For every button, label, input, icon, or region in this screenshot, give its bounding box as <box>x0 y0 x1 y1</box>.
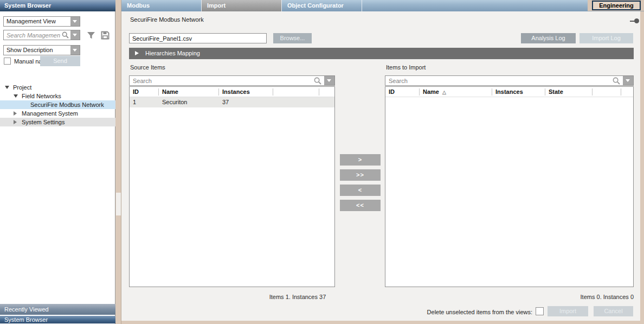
tab-modbus[interactable]: Modbus <box>121 0 202 11</box>
tab-bar: Modbus Import Object Configurator Engine… <box>121 0 644 11</box>
delete-unselected-checkbox[interactable] <box>536 307 544 315</box>
chevron-down-icon[interactable] <box>70 17 80 26</box>
column-header-state[interactable]: State <box>545 87 593 97</box>
cell-id: 1 <box>130 97 159 107</box>
tree-item-label: Management System <box>22 109 78 118</box>
browse-button[interactable]: Browse... <box>273 33 312 43</box>
cell-instances: 37 <box>219 97 273 107</box>
sidebar-search[interactable] <box>3 30 80 40</box>
search-icon <box>62 31 69 40</box>
tree-item-securifire-modbus-network[interactable]: SecuriFire Modbus Network <box>0 100 115 109</box>
hierarchies-mapping-label: Hierarchies Mapping <box>145 48 200 59</box>
column-header-instances[interactable]: Instances <box>492 87 545 97</box>
save-icon[interactable] <box>100 30 111 41</box>
move-right-button[interactable]: > <box>340 154 381 166</box>
cell-blank <box>273 97 319 107</box>
sidebar-search-input[interactable] <box>4 30 60 40</box>
cancel-button[interactable]: Cancel <box>594 306 633 316</box>
items-to-import-table: ID Name△ Instances State <box>385 86 634 287</box>
move-all-right-button[interactable]: >> <box>340 169 381 181</box>
column-header-name[interactable]: Name△ <box>420 87 492 97</box>
description-select-value: Show Description <box>7 47 53 53</box>
import-view: SecuriFire Modbus Network Browse... Anal… <box>121 11 640 321</box>
collapse-arrow-icon[interactable] <box>14 120 17 124</box>
system-browser-bar[interactable]: System Browser <box>0 316 115 323</box>
view-select[interactable]: Management View <box>3 16 80 27</box>
move-left-button[interactable]: < <box>340 185 381 196</box>
sidebar-title: System Browser <box>0 0 115 11</box>
manual-navigation-label: Manual na <box>14 58 42 65</box>
page-title: SecuriFire Modbus Network <box>130 16 204 23</box>
import-table-header: ID Name△ Instances State <box>385 87 633 97</box>
import-status: Items 0. Instances 0 <box>512 294 634 300</box>
hierarchies-mapping-header[interactable]: Hierarchies Mapping <box>129 48 634 59</box>
chevron-down-icon[interactable] <box>70 46 80 55</box>
panel-splitter[interactable] <box>115 0 121 324</box>
pin-dot <box>634 18 639 23</box>
source-search[interactable] <box>129 75 335 86</box>
column-header-name[interactable]: Name <box>159 87 219 97</box>
cell-name: Securiton <box>159 97 219 107</box>
view-select-value: Management View <box>7 18 56 24</box>
scrollbar-thumb[interactable] <box>116 193 121 215</box>
source-status: Items 1. Instances 37 <box>252 294 344 300</box>
system-browser-panel: System Browser Management View Show Desc… <box>0 0 115 324</box>
tab-object-configurator[interactable]: Object Configurator <box>282 0 362 11</box>
source-items-table: ID Name Instances 1 Securiton 37 <box>129 86 335 287</box>
mode-zone: Engineering <box>588 0 644 11</box>
tree-item-label: SecuriFire Modbus Network <box>30 100 104 109</box>
expand-arrow-icon[interactable] <box>14 94 18 98</box>
engineering-mode-badge[interactable]: Engineering <box>592 1 641 10</box>
column-header-blank[interactable] <box>593 87 621 97</box>
sort-ascending-icon: △ <box>442 90 446 95</box>
column-header-id[interactable]: ID <box>385 87 420 97</box>
tab-bar-filler <box>362 0 588 11</box>
recently-viewed-bar[interactable]: Recently Viewed <box>0 304 115 315</box>
source-search-input[interactable] <box>130 76 308 85</box>
chevron-down-icon[interactable] <box>324 76 334 85</box>
file-path-input[interactable] <box>129 33 267 43</box>
pin-icon[interactable] <box>630 18 639 24</box>
tree-item-management-system[interactable]: Management System <box>0 109 115 118</box>
tree-item-label: Field Networks <box>22 92 61 100</box>
column-header-blank[interactable] <box>273 87 319 97</box>
tree-item-system-settings[interactable]: System Settings <box>0 118 115 126</box>
chevron-down-icon[interactable] <box>623 76 633 85</box>
analysis-log-button[interactable]: Analysis Log <box>521 33 576 43</box>
expand-arrow-icon[interactable] <box>5 86 9 89</box>
delete-unselected-label: Delete unselected items from the views: <box>360 309 532 315</box>
search-icon <box>613 77 620 86</box>
import-search[interactable] <box>385 75 634 86</box>
system-tree: Project Field Networks SecuriFire Modbus… <box>0 83 115 126</box>
items-to-import-label: Items to Import <box>386 64 426 71</box>
collapse-arrow-icon[interactable] <box>14 111 17 116</box>
send-button[interactable]: Send <box>40 56 80 66</box>
manual-navigation-checkbox[interactable] <box>4 58 11 65</box>
column-header-instances[interactable]: Instances <box>219 87 273 97</box>
tab-import[interactable]: Import <box>202 0 282 11</box>
import-search-input[interactable] <box>385 76 608 85</box>
collapse-arrow-icon[interactable] <box>135 51 139 55</box>
move-all-left-button[interactable]: << <box>340 200 381 211</box>
main-panel: Modbus Import Object Configurator Engine… <box>121 0 644 324</box>
import-button[interactable]: Import <box>548 306 588 316</box>
column-header-id[interactable]: ID <box>130 87 159 97</box>
source-items-label: Source Items <box>130 64 165 71</box>
column-header-name-label: Name <box>423 88 439 95</box>
search-icon <box>314 77 321 86</box>
chevron-down-icon[interactable] <box>70 30 80 40</box>
description-select[interactable]: Show Description <box>3 45 80 55</box>
tree-item-project[interactable]: Project <box>0 83 115 92</box>
table-row[interactable]: 1 Securiton 37 <box>130 97 334 107</box>
filter-icon[interactable] <box>86 30 96 41</box>
tree-item-label: System Settings <box>22 118 65 126</box>
source-table-header: ID Name Instances <box>130 87 334 97</box>
import-log-button[interactable]: Import Log <box>579 33 633 43</box>
tree-item-label: Project <box>13 83 31 92</box>
tree-item-field-networks[interactable]: Field Networks <box>0 92 115 100</box>
